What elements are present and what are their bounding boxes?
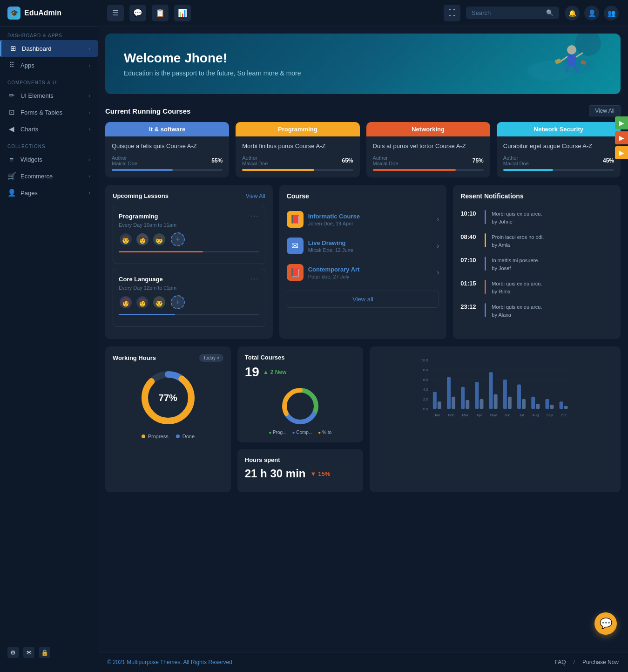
legend-done: Done — [176, 434, 195, 439]
lesson-item-core-language: Core Language ··· Every Day 12pm to 01pm… — [113, 269, 265, 327]
chevron-right-icon-ecommerce: › — [89, 174, 90, 179]
course-card: Networking Duis at purus vel tortor Cour… — [366, 122, 490, 177]
notifications-list: 10:10 Morbi quis ex eu arcu.by Johne 08:… — [460, 206, 613, 322]
course-badge: It & software — [105, 122, 229, 136]
svg-rect-52 — [536, 404, 540, 409]
courses-view-all-button[interactable]: View All — [589, 105, 621, 116]
course-arrow-1[interactable]: › — [437, 215, 439, 224]
pages-icon: 👤 — [7, 189, 16, 197]
sidebar-section-label-3: COLLECTIONS — [0, 137, 98, 151]
app-name: EduAdmin — [24, 9, 61, 17]
course-item-informatic: 📕 Informatic Course Johen Doe, 19 April … — [287, 206, 439, 233]
svg-text:8.0: 8.0 — [423, 368, 428, 372]
notification-time: 10:10 — [460, 210, 479, 217]
layout-icon-2[interactable]: 📋 — [152, 5, 169, 21]
footer-divider: / — [574, 659, 575, 665]
svg-text:Feb: Feb — [448, 413, 454, 417]
svg-rect-4 — [567, 54, 576, 65]
svg-line-6 — [576, 53, 582, 57]
course-author-name: Maical Doe — [112, 161, 137, 166]
upcoming-lessons-panel: Upcoming Lessons View All Programming ··… — [105, 185, 273, 339]
main-content: ☰ 💬 📋 📊 ⛶ 🔍 🔔 👤 👥 Welcome Jhone! Educati… — [98, 0, 628, 672]
svg-text:Sep: Sep — [546, 413, 553, 417]
sidebar-item-ui-elements[interactable]: ✏ UI Elements › — [0, 87, 98, 104]
lesson-progress-bar-1 — [119, 251, 259, 252]
course-icon-contemporary-art: 📕 — [287, 264, 304, 281]
svg-rect-30 — [432, 392, 436, 409]
settings-icon[interactable]: ⚙ — [7, 647, 19, 658]
lesson-avatars-1: 👨 👩 👦 + — [119, 232, 259, 246]
notification-divider — [485, 257, 486, 271]
sidebar-item-widgets[interactable]: ≡ Widgets › — [0, 151, 98, 168]
apps-icon: ⠿ — [7, 61, 16, 69]
course-author-name: Maical Doe — [503, 161, 529, 166]
sidebar-item-forms-tables[interactable]: ⊡ Forms & Tables › — [0, 104, 98, 121]
svg-text:Jun: Jun — [504, 413, 510, 417]
sidebar-label-dashboard: Dashboard — [22, 45, 52, 52]
avatar-4: 👩 — [119, 295, 133, 309]
banner-illustration — [527, 34, 602, 94]
users-button[interactable]: 👥 — [604, 6, 619, 20]
lesson-menu-1[interactable]: ··· — [250, 212, 259, 220]
add-avatar-1[interactable]: + — [171, 232, 185, 246]
legend-to: ● % to — [318, 430, 331, 435]
footer: © 2021 Multipurpose Themes. All Rights R… — [98, 652, 628, 672]
sidebar-item-pages[interactable]: 👤 Pages › — [0, 184, 98, 201]
header-actions: 🔔 👤 👥 — [565, 6, 619, 20]
svg-rect-33 — [447, 377, 451, 409]
svg-text:Mar: Mar — [462, 413, 468, 417]
fab-button[interactable]: 💬 — [594, 612, 617, 635]
lesson-menu-2[interactable]: ··· — [250, 275, 259, 283]
svg-text:Apr: Apr — [476, 413, 482, 417]
sidebar-item-dashboard[interactable]: ⊞ Dashboard › — [0, 40, 98, 57]
search-input[interactable] — [472, 9, 542, 16]
hamburger-button[interactable]: ☰ — [107, 5, 124, 21]
total-courses-title: Total Courses — [245, 354, 356, 361]
add-avatar-2[interactable]: + — [171, 295, 185, 309]
today-badge[interactable]: Today × — [199, 354, 223, 362]
course-arrow-2[interactable]: › — [437, 242, 439, 250]
course-view-all-button[interactable]: View all — [287, 291, 439, 308]
sidebar-item-ecommerce[interactable]: 🛒 Ecommerce › — [0, 168, 98, 184]
legend-dot-done — [176, 434, 180, 438]
course-badge: Networking — [366, 122, 490, 136]
search-box[interactable]: 🔍 — [466, 7, 559, 19]
sidebar-item-apps[interactable]: ⠿ Apps › — [0, 57, 98, 74]
sidebar-item-charts[interactable]: ◀ Charts › — [0, 121, 98, 137]
lessons-title: Upcoming Lessons — [113, 192, 169, 199]
footer-brand-link[interactable]: Multipurpose Themes — [127, 659, 180, 665]
svg-rect-36 — [461, 387, 465, 409]
course-percent: 55% — [211, 157, 223, 164]
layout-icon-3[interactable]: 📊 — [174, 5, 191, 21]
course-card-meta: Author Maical Doe 75% — [373, 155, 484, 166]
lessons-header: Upcoming Lessons View All — [113, 192, 265, 199]
total-courses-donut — [245, 385, 356, 427]
footer-faq-link[interactable]: FAQ — [555, 659, 566, 665]
mail-icon[interactable]: ✉ — [23, 647, 34, 658]
course-arrow-3[interactable]: › — [437, 268, 439, 277]
svg-rect-58 — [564, 406, 567, 409]
middle-stats: Total Courses 19 ▲ 2 New — [237, 346, 363, 492]
total-courses-new: ▲ 2 New — [263, 369, 287, 375]
side-icon-1[interactable]: ▶ — [615, 116, 628, 129]
sidebar-section-label-1: DASHBOARD & APPS — [0, 27, 98, 40]
chevron-right-icon-widgets: › — [89, 157, 90, 162]
course-author-label: Author — [112, 155, 137, 161]
fullscreen-button[interactable]: ⛶ — [444, 5, 460, 21]
lessons-view-all-link[interactable]: View All — [246, 193, 265, 199]
user-avatar-button[interactable]: 👤 — [584, 6, 599, 20]
lock-icon[interactable]: 🔒 — [39, 647, 50, 658]
sidebar-label-forms: Forms & Tables — [20, 109, 62, 116]
svg-text:0.0: 0.0 — [423, 407, 428, 411]
layout-icon-1[interactable]: 💬 — [129, 5, 146, 21]
svg-rect-55 — [550, 405, 554, 409]
footer-purchase-link[interactable]: Purchase Now — [582, 659, 619, 665]
widgets-icon: ≡ — [7, 155, 16, 163]
total-courses-card: Total Courses 19 ▲ 2 New — [237, 346, 363, 442]
side-icon-3[interactable]: ▶ — [615, 146, 628, 159]
course-meta-informatic: Johen Doe, 19 April — [308, 221, 360, 226]
svg-text:Jul: Jul — [519, 413, 523, 417]
course-author-label: Author — [503, 155, 529, 161]
notification-bell-button[interactable]: 🔔 — [565, 6, 580, 20]
side-icon-2[interactable]: ▶ — [615, 131, 628, 144]
